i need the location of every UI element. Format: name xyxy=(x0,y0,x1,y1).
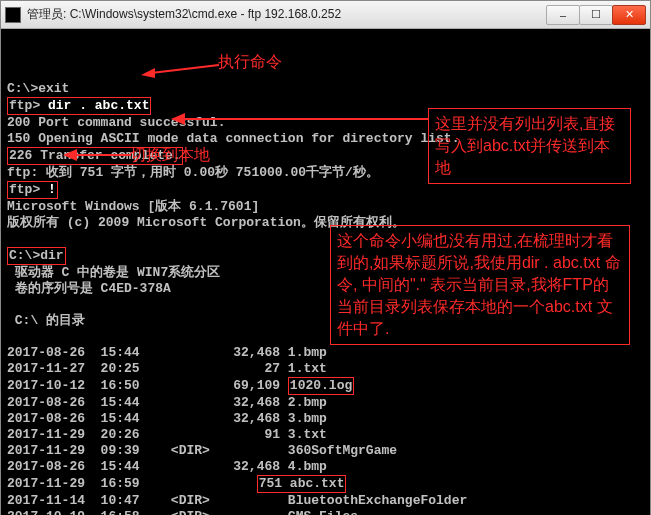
highlight-ftp-local: ftp> ! xyxy=(7,181,58,199)
minimize-button[interactable]: – xyxy=(546,5,580,25)
dir-row: 2017-11-29 09:39 <DIR> 360SoftMgrGame xyxy=(7,443,397,458)
window-title: 管理员: C:\Windows\system32\cmd.exe - ftp 1… xyxy=(27,6,341,23)
term-line: 驱动器 C 中的卷是 WIN7系统分区 xyxy=(7,265,220,280)
maximize-icon: ☐ xyxy=(591,8,601,21)
term-line: 150 Opening ASCII mode data connection f… xyxy=(7,131,459,146)
term-line: 版权所有 (c) 2009 Microsoft Corporation。保留所有… xyxy=(7,215,405,230)
highlight-log: 1020.log xyxy=(288,377,354,395)
term-line: ftp> xyxy=(9,98,48,113)
dir-row: 2017-08-26 15:44 32,468 3.bmp xyxy=(7,411,327,426)
window-buttons: – ☐ ✕ xyxy=(547,5,646,25)
dir-row: 1020.log xyxy=(290,378,352,393)
dir-row: 2017-10-19 16:58 <DIR> CMS Files xyxy=(7,509,358,515)
cmd-text: ! xyxy=(48,182,56,197)
term-line: Microsoft Windows [版本 6.1.7601] xyxy=(7,199,259,214)
minimize-icon: – xyxy=(560,9,566,21)
highlight-transfer: 226 Transfer complete. xyxy=(7,147,183,165)
dir-row: 751 abc.txt xyxy=(259,476,345,491)
term-line: 226 Transfer complete. xyxy=(9,148,181,163)
term-line: C:\>exit xyxy=(7,81,69,96)
term-line: 卷的序列号是 C4ED-378A xyxy=(7,281,171,296)
cmd-text: dir . abc.txt xyxy=(48,98,149,113)
maximize-button[interactable]: ☐ xyxy=(579,5,613,25)
term-line: C:\>dir xyxy=(9,248,64,263)
dir-row: 2017-10-12 16:50 69,109 xyxy=(7,378,288,393)
titlebar-left: 管理员: C:\Windows\system32\cmd.exe - ftp 1… xyxy=(5,6,341,23)
dir-row: 2017-11-14 10:47 <DIR> BluetoothExchange… xyxy=(7,493,467,508)
close-button[interactable]: ✕ xyxy=(612,5,646,25)
term-line: ftp: 收到 751 字节，用时 0.00秒 751000.00千字节/秒。 xyxy=(7,165,379,180)
dir-row: 2017-11-29 16:59 xyxy=(7,476,257,491)
dir-row: 2017-08-26 15:44 32,468 4.bmp xyxy=(7,459,327,474)
term-line: ftp> xyxy=(9,182,48,197)
dir-row: 2017-08-26 15:44 32,468 2.bmp xyxy=(7,395,327,410)
dir-row: 2017-11-27 20:25 27 1.txt xyxy=(7,361,327,376)
highlight-dir: C:\>dir xyxy=(7,247,66,265)
cmd-window: 管理员: C:\Windows\system32\cmd.exe - ftp 1… xyxy=(0,0,651,515)
dir-row: 2017-11-29 20:26 91 3.txt xyxy=(7,427,327,442)
highlight-ftp-dir: ftp> dir . abc.txt xyxy=(7,97,151,115)
term-line: 200 Port command successful. xyxy=(7,115,225,130)
dir-row: 2017-08-26 15:44 32,468 1.bmp xyxy=(7,345,327,360)
close-icon: ✕ xyxy=(625,8,634,21)
highlight-abc: 751 abc.txt xyxy=(257,475,347,493)
titlebar[interactable]: 管理员: C:\Windows\system32\cmd.exe - ftp 1… xyxy=(1,1,650,29)
terminal-output[interactable]: C:\>exit ftp> dir . abc.txt 200 Port com… xyxy=(1,29,650,515)
cmd-icon xyxy=(5,7,21,23)
term-line: C:\ 的目录 xyxy=(7,313,85,328)
